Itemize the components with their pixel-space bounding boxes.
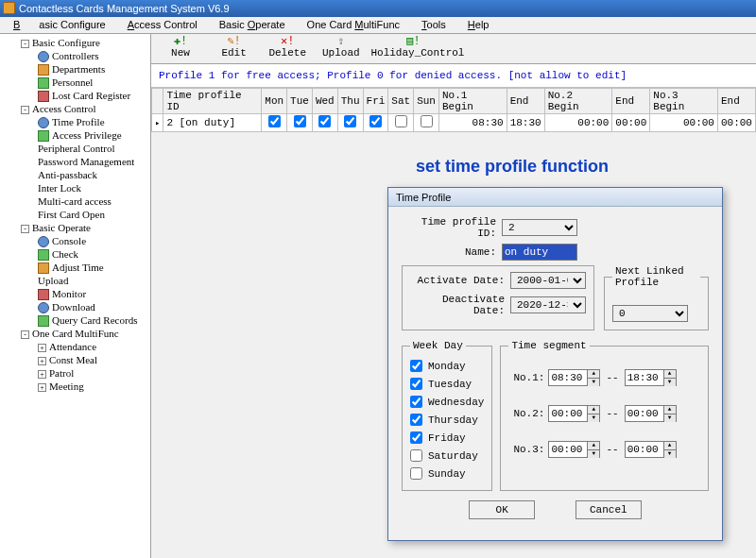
tb-edit[interactable]: ✎!Edit xyxy=(211,36,258,59)
menu-help[interactable]: Help xyxy=(458,17,499,32)
spin-up-icon: ▲ xyxy=(588,370,599,379)
tree-inter-lock[interactable]: Inter Lock xyxy=(0,181,150,194)
timeseg-legend: Time segment xyxy=(508,340,589,351)
pencil-icon: ✎! xyxy=(211,36,258,47)
tree-access-privilege[interactable]: Access Privilege xyxy=(0,128,150,142)
tree-time-profile[interactable]: Time Profile xyxy=(0,115,150,128)
ck-sat[interactable] xyxy=(410,449,422,462)
seg3-end-spinner[interactable]: ▲▼ xyxy=(625,441,677,458)
tree-console[interactable]: Console xyxy=(0,234,150,247)
ok-button[interactable]: OK xyxy=(469,500,535,519)
weekday-legend: Week Day xyxy=(410,340,466,351)
tree-anti-passback[interactable]: Anti-passback xyxy=(0,168,150,181)
seg3-start-spinner[interactable]: ▲▼ xyxy=(548,441,600,458)
tree-access-control[interactable]: -Access Control xyxy=(0,102,150,115)
ck-fri[interactable] xyxy=(410,431,422,444)
tree-basic-operate[interactable]: -Basic Operate xyxy=(0,221,150,234)
menu-tools[interactable]: Tools xyxy=(412,17,455,32)
lab-deactivate: Deactivate Date: xyxy=(410,294,505,316)
row-marker-icon: ▸ xyxy=(152,114,163,132)
tb-new[interactable]: ✚!New xyxy=(157,36,204,59)
deactivate-date-select[interactable]: 2020-12-31 xyxy=(510,296,586,313)
info-note: Profile 1 for free access; Profile 0 for… xyxy=(151,64,756,88)
timeseg-group: Time segment No.1: ▲▼ -- ▲▼ No.2: ▲▼ -- … xyxy=(500,340,709,491)
linked-legend: Next Linked Profile xyxy=(612,265,700,288)
grid-header-row: Time profile ID MonTue WedThu FriSat Sun… xyxy=(152,89,756,114)
menu-access-control[interactable]: Access Control xyxy=(118,17,207,32)
time-profile-dialog: Time Profile Time profile ID: 2 Name: Ac… xyxy=(387,187,723,541)
name-input[interactable] xyxy=(502,244,577,261)
tree-adjust-time[interactable]: Adjust Time xyxy=(0,261,150,274)
ck-wed[interactable] xyxy=(410,396,422,408)
dates-group: Activate Date: 2000-01-01 Deactivate Dat… xyxy=(402,265,594,330)
tb-upload[interactable]: ⇪Upload xyxy=(318,36,365,59)
ck-thu[interactable] xyxy=(410,414,422,426)
tree-controllers[interactable]: Controllers xyxy=(0,49,150,62)
app-icon xyxy=(3,2,15,14)
menu-bar: Basic Configure Access Control Basic Ope… xyxy=(0,17,756,34)
tree-attendance[interactable]: +Attendance xyxy=(0,340,150,353)
tree-check[interactable]: Check xyxy=(0,247,150,261)
seg1-end-spinner[interactable]: ▲▼ xyxy=(625,369,677,386)
tree-meeting[interactable]: +Meeting xyxy=(0,380,150,393)
tree-patrol[interactable]: +Patrol xyxy=(0,366,150,380)
linked-group: Next Linked Profile 0 xyxy=(604,265,709,330)
grid-ck-fri[interactable] xyxy=(369,115,382,127)
tree-lost-card[interactable]: Lost Card Register xyxy=(0,89,150,102)
tb-delete[interactable]: ✕!Delete xyxy=(264,36,311,59)
menu-basic-configure[interactable]: Basic Configure xyxy=(4,17,115,32)
grid-ck-sun[interactable] xyxy=(421,115,433,127)
menu-one-card[interactable]: One Card MultiFunc xyxy=(298,17,409,32)
tree-departments[interactable]: Departments xyxy=(0,62,150,76)
ck-mon[interactable] xyxy=(410,360,422,372)
seg1-start-spinner[interactable]: ▲▼ xyxy=(548,369,600,386)
seg2-end-spinner[interactable]: ▲▼ xyxy=(625,405,677,422)
tree-const-meal[interactable]: +Const Meal xyxy=(0,353,150,366)
upload-icon: ⇪ xyxy=(318,36,365,47)
seg2-start-spinner[interactable]: ▲▼ xyxy=(548,405,600,422)
tree-multi-card[interactable]: Multi-card access xyxy=(0,194,150,208)
annotation-heading: set time profile function xyxy=(416,157,609,177)
tree-one-card[interactable]: -One Card MultiFunc xyxy=(0,327,150,340)
spin-down-icon: ▼ xyxy=(588,379,599,386)
grid-ck-sat[interactable] xyxy=(395,115,407,127)
lab-seg2: No.2: xyxy=(508,408,544,419)
ck-sun[interactable] xyxy=(410,467,422,480)
weekday-group: Week Day Monday Tuesday Wednesday Thursd… xyxy=(402,340,492,491)
window-title: Contactless Cards Management System V6.9 xyxy=(19,3,230,14)
tree-personnel[interactable]: Personnel xyxy=(0,76,150,89)
grid-ck-thu[interactable] xyxy=(344,115,356,127)
profile-grid: Time profile ID MonTue WedThu FriSat Sun… xyxy=(151,88,756,132)
ck-tue[interactable] xyxy=(410,378,422,390)
lab-activate: Activate Date: xyxy=(410,275,505,286)
menu-basic-operate[interactable]: Basic Operate xyxy=(210,17,295,32)
nav-tree: -Basic Configure Controllers Departments… xyxy=(0,34,151,558)
tree-monitor[interactable]: Monitor xyxy=(0,287,150,300)
activate-date-select[interactable]: 2000-01-01 xyxy=(510,272,586,289)
plus-icon: ✚! xyxy=(157,36,204,47)
tree-download[interactable]: Download xyxy=(0,300,150,313)
x-icon: ✕! xyxy=(264,36,311,47)
tree-upload[interactable]: Upload xyxy=(0,274,150,287)
linked-select[interactable]: 0 xyxy=(612,305,688,322)
grid-row[interactable]: ▸ 2 [on duty] 08:3018:30 00:0000:00 00:0… xyxy=(152,114,756,132)
grid-ck-mon[interactable] xyxy=(268,115,281,127)
grid-ck-tue[interactable] xyxy=(294,115,306,127)
profile-id-select[interactable]: 2 xyxy=(502,219,577,236)
tree-first-card[interactable]: First Card Open xyxy=(0,208,150,221)
dialog-title: Time Profile xyxy=(388,188,722,207)
lab-seg3: No.3: xyxy=(508,444,544,455)
tree-peripheral[interactable]: Peripheral Control xyxy=(0,142,150,155)
grid-ck-wed[interactable] xyxy=(318,115,331,127)
cancel-button[interactable]: Cancel xyxy=(576,500,642,519)
tb-holiday[interactable]: ▤!Holiday_Control xyxy=(370,36,455,59)
lab-name: Name: xyxy=(402,246,496,258)
tree-query[interactable]: Query Card Records xyxy=(0,313,150,327)
lab-seg1: No.1: xyxy=(508,372,544,383)
tree-password-mgmt[interactable]: Password Management xyxy=(0,155,150,168)
toolbar: ✚!New ✎!Edit ✕!Delete ⇪Upload ▤!Holiday_… xyxy=(151,34,756,64)
window-titlebar: Contactless Cards Management System V6.9 xyxy=(0,0,756,17)
tree-basic-configure[interactable]: -Basic Configure xyxy=(0,36,150,49)
calendar-icon: ▤! xyxy=(370,36,455,47)
lab-profile-id: Time profile ID: xyxy=(402,216,496,239)
